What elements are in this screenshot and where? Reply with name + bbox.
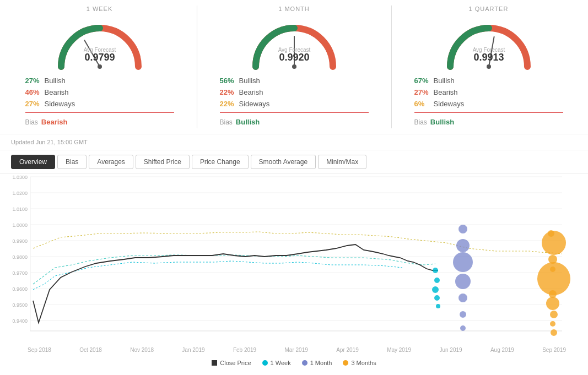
bias-row-1quarter: BiasBullish — [414, 116, 563, 128]
gauge-1quarter: Avg Forecast0.9913 — [439, 14, 538, 75]
svg-point-38 — [436, 304, 440, 308]
stats-1month: 56%Bullish22%Bearish22%SidewaysBiasBulli… — [209, 75, 380, 128]
bias-value: Bullish — [236, 118, 260, 126]
tab-minim-max[interactable]: Minim/Max — [318, 155, 366, 169]
bias-row-1week: BiasBearish — [25, 116, 174, 128]
period-label-1week: 1 WEEK — [87, 6, 113, 12]
bias-value: Bullish — [430, 118, 454, 126]
stat-label-bullish: Bullish — [239, 77, 260, 85]
x-axis-label: Apr 2019 — [336, 347, 359, 353]
x-axis-label: Nov 2018 — [130, 347, 154, 353]
x-axis-label: Jan 2019 — [182, 347, 204, 353]
svg-point-40 — [456, 239, 470, 252]
x-axis-label: May 2019 — [387, 347, 411, 353]
divider — [220, 112, 369, 113]
stat-label-sideways: Sideways — [239, 100, 270, 108]
svg-text:0.9500: 0.9500 — [12, 302, 28, 308]
tab-smooth-average[interactable]: Smooth Average — [251, 155, 316, 169]
svg-text:1.0300: 1.0300 — [12, 175, 28, 180]
stat-row-bullish: 67%Bullish — [414, 75, 563, 86]
chart-svg: 1.0300 1.0200 1.0100 1.0000 0.9900 0.980… — [0, 174, 588, 345]
svg-point-53 — [550, 311, 558, 318]
bias-label: Bias — [414, 118, 427, 126]
x-axis-label: Mar 2019 — [285, 347, 308, 353]
stat-pct-sideways: 27% — [25, 100, 45, 108]
x-axis-label: Aug 2019 — [490, 347, 514, 353]
svg-point-41 — [453, 252, 473, 272]
forecast-panel-1quarter: 1 QUARTERAvg Forecast0.991367%Bullish27%… — [403, 6, 574, 128]
svg-text:0.9700: 0.9700 — [12, 270, 28, 276]
forecast-panel-1month: 1 MONTHAvg Forecast0.992056%Bullish22%Be… — [209, 6, 380, 128]
legend-color-dot — [212, 360, 217, 366]
stat-label-bearish: Bearish — [434, 88, 458, 96]
stat-label-sideways: Sideways — [45, 100, 75, 108]
legend-bar: Close Price1 Week1 Month3 Months — [0, 355, 588, 371]
svg-point-44 — [460, 311, 466, 318]
x-axis-label: Sep 2019 — [542, 347, 566, 353]
updated-bar: Updated Jun 21, 15:00 GMT — [0, 134, 588, 150]
x-axis-label: Jun 2019 — [439, 347, 462, 353]
stat-row-sideways: 6%Sideways — [414, 98, 563, 110]
svg-text:0.9920: 0.9920 — [279, 52, 309, 63]
legend-item-close-price: Close Price — [212, 360, 251, 366]
tab-price-change[interactable]: Price Change — [192, 155, 249, 169]
svg-point-39 — [458, 225, 467, 233]
chart-wrapper: 1.0300 1.0200 1.0100 1.0000 0.9900 0.980… — [0, 174, 588, 355]
svg-point-1 — [98, 64, 102, 69]
separator — [197, 6, 197, 128]
svg-point-42 — [455, 274, 471, 289]
stat-label-sideways: Sideways — [434, 100, 465, 108]
stats-1week: 27%Bullish46%Bearish27%SidewaysBiasBeari… — [14, 75, 185, 128]
divider — [25, 112, 174, 113]
forecast-panel-1week: 1 WEEKAvg Forecast0.979927%Bullish46%Bea… — [14, 6, 185, 128]
tab-shifted-price[interactable]: Shifted Price — [136, 155, 190, 169]
stat-pct-bearish: 46% — [25, 88, 45, 96]
svg-point-43 — [458, 294, 467, 302]
legend-color-dot — [262, 360, 268, 366]
x-axis-label: Sep 2018 — [28, 347, 51, 353]
period-label-1quarter: 1 QUARTER — [469, 6, 509, 12]
svg-text:0.9600: 0.9600 — [12, 286, 28, 292]
svg-point-5 — [292, 64, 296, 69]
chart-area: 1.0300 1.0200 1.0100 1.0000 0.9900 0.980… — [0, 174, 588, 345]
stat-pct-bullish: 27% — [25, 77, 45, 85]
tab-overview[interactable]: Overview — [11, 155, 55, 169]
legend-color-dot — [302, 360, 308, 366]
tab-averages[interactable]: Averages — [89, 155, 133, 169]
bias-label: Bias — [220, 118, 233, 126]
svg-text:1.0200: 1.0200 — [12, 191, 28, 196]
svg-point-35 — [434, 278, 440, 283]
legend-label: 1 Month — [310, 360, 332, 366]
stat-label-bullish: Bullish — [45, 77, 66, 85]
svg-point-34 — [433, 268, 438, 273]
bias-value: Bearish — [41, 118, 68, 126]
stat-label-bearish: Bearish — [239, 88, 263, 96]
stat-row-sideways: 27%Sideways — [25, 98, 174, 110]
x-axis-label: Feb 2019 — [233, 347, 256, 353]
stat-row-bullish: 27%Bullish — [25, 75, 174, 86]
tabs-bar: OverviewBiasAveragesShifted PricePrice C… — [0, 150, 588, 174]
legend-item-3-months: 3 Months — [343, 360, 376, 366]
gauge-1week: Avg Forecast0.9799 — [50, 14, 149, 75]
svg-text:0.9913: 0.9913 — [473, 52, 504, 63]
svg-point-9 — [487, 64, 491, 69]
stat-pct-bullish: 56% — [220, 77, 239, 85]
stats-1quarter: 67%Bullish27%Bearish6%SidewaysBiasBullis… — [403, 75, 574, 128]
x-axis-labels: Sep 2018Oct 2018Nov 2018Jan 2019Feb 2019… — [0, 345, 588, 355]
stat-pct-bullish: 67% — [414, 77, 434, 85]
svg-point-37 — [434, 295, 440, 301]
svg-text:0.9400: 0.9400 — [12, 318, 28, 324]
legend-label: Close Price — [220, 360, 251, 366]
tab-bias[interactable]: Bias — [57, 155, 87, 169]
x-axis-label: Oct 2018 — [79, 347, 102, 353]
legend-label: 3 Months — [351, 360, 376, 366]
svg-point-36 — [432, 286, 439, 293]
stat-pct-sideways: 6% — [414, 100, 434, 108]
gauge-1month: Avg Forecast0.9920 — [245, 14, 344, 75]
stat-pct-bearish: 27% — [414, 88, 434, 96]
stat-row-bearish: 46%Bearish — [25, 86, 174, 98]
top-section: 1 WEEKAvg Forecast0.979927%Bullish46%Bea… — [0, 0, 588, 134]
stat-row-sideways: 22%Sideways — [220, 98, 369, 110]
svg-point-55 — [551, 329, 557, 336]
stat-pct-bearish: 22% — [220, 88, 239, 96]
